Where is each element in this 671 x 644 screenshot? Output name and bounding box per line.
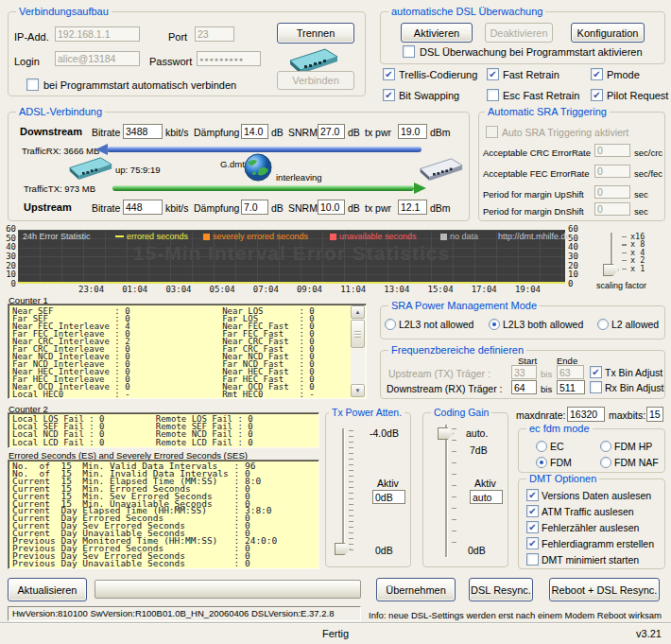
scroll-down-button[interactable]: ▼ [351, 384, 365, 397]
sra-fec-label: Acceptable FEC ErrorRate [483, 167, 589, 180]
maxdnrate-input[interactable] [567, 407, 605, 422]
fehlerzaehler-checkbox[interactable] [526, 521, 539, 533]
rx-bin-adjust-checkbox[interactable] [590, 381, 602, 393]
fehlerdiagramm-checkbox[interactable] [526, 537, 539, 549]
l2-allowed-radio[interactable] [597, 319, 609, 330]
auto-connect-checkbox[interactable] [26, 78, 39, 91]
tx-start-input[interactable] [511, 365, 537, 379]
rx-end-input[interactable] [557, 380, 585, 394]
tx-power-atten-title: Tx Power Atten. [329, 407, 404, 418]
tx-bin-adjust-checkbox[interactable] [590, 366, 602, 378]
port-label: Port [168, 31, 187, 44]
version-info-panel: HwVersion:810100 SwVersion:R100B01.0B_HN… [8, 606, 361, 621]
sra-upshift-input[interactable] [594, 185, 630, 199]
us-snrm-input[interactable] [318, 200, 345, 215]
fdm-naf-radio[interactable] [600, 457, 611, 468]
ds-bitrate-input[interactable] [123, 124, 163, 139]
l2l3-not-allowed-label: L2L3 not allowed [399, 319, 473, 331]
password-input[interactable] [197, 51, 261, 66]
connection-group: Verbindungsaufbau IP-Add. Port Trennen L… [8, 11, 366, 96]
monitoring-autostart-checkbox[interactable] [403, 45, 415, 58]
errored-seconds-baseline [18, 282, 565, 284]
atm-traffic-checkbox[interactable] [526, 505, 539, 517]
pmode-checkbox[interactable] [591, 68, 603, 80]
es-ses-box[interactable]: No. of 15 Min. Valid Data Intervals : 96… [8, 460, 319, 569]
login-input[interactable] [55, 51, 140, 66]
ds-snrm-label: SNRM [288, 127, 318, 139]
disconnect-button[interactable]: Trennen [277, 23, 354, 44]
scaling-slider-handle[interactable] [603, 264, 619, 276]
coding-gain-value-input[interactable] [470, 490, 503, 504]
sra-dnshift-input[interactable] [594, 202, 630, 216]
versions-daten-label: Versions Daten auslesen [542, 490, 651, 502]
us-txpwr-input[interactable] [398, 200, 427, 215]
maxbits-input[interactable] [646, 407, 663, 422]
sra-dnshift-unit: sec [634, 205, 648, 218]
upstream-arrow-head [414, 183, 426, 194]
bit-swapping-label: Bit Swapping [399, 90, 459, 102]
us-damping-input[interactable] [241, 200, 268, 215]
dsl-resync-button[interactable]: DSL Resync. [469, 578, 533, 601]
counter1-box[interactable]: Near SEF : 0 Near LOS : 0 Far SEF : 0 Fa… [8, 304, 367, 399]
l2l3-both-allowed-label: L2L3 both allowed [503, 319, 583, 331]
tx-atten-slider-ticks [349, 430, 353, 551]
globe-icon [244, 153, 272, 182]
scaling-slider-ticks [622, 236, 627, 270]
chart-title: 24h Error Statistic [23, 232, 91, 241]
coding-gain-slider-track[interactable] [445, 425, 447, 557]
dmt-minimiert-checkbox[interactable] [526, 553, 539, 566]
fdm-label: FDM [550, 457, 572, 469]
esc-fast-retrain-checkbox[interactable] [487, 89, 499, 101]
sra-crc-label: Acceptable CRC ErrorRate [483, 147, 591, 159]
counter2-box[interactable]: Local LOS Fail : 0 Remote LOS Fail : 0 L… [8, 412, 319, 448]
rx-bis-label: bis [541, 383, 552, 395]
ds-txpwr-label: tx pwr [365, 127, 391, 139]
tx-atten-value-input[interactable] [372, 490, 405, 504]
counter1-scrollbar[interactable]: ▲ ▼ [351, 305, 365, 397]
connect-button[interactable]: Verbinden [277, 71, 354, 90]
sra-power-mode-group: SRA Power Management Mode L2L3 not allow… [380, 305, 665, 339]
activate-button[interactable]: Aktivieren [401, 23, 473, 43]
ip-input[interactable] [55, 26, 140, 42]
bit-swapping-checkbox[interactable] [383, 89, 395, 101]
reboot-resync-button[interactable]: Reboot + DSL Resync. [549, 578, 660, 601]
adsl-connection-group: ADSL-Verbindung Downstream Bitrate kbit/… [8, 112, 470, 221]
upstream-arrow [112, 185, 414, 191]
sra-fec-input[interactable] [594, 165, 630, 178]
rx-start-input[interactable] [511, 380, 537, 394]
l2-allowed-label: L2 allowed [611, 319, 659, 331]
l2l3-both-allowed-radio[interactable] [489, 319, 500, 330]
port-input[interactable] [195, 26, 234, 42]
apply-button[interactable]: Übernehmen [376, 578, 456, 601]
tx-atten-slider-track[interactable] [342, 428, 344, 555]
configuration-button[interactable]: Konfiguration [571, 23, 645, 43]
auto-sra-checkbox[interactable] [486, 126, 498, 138]
us-bitrate-input[interactable] [123, 200, 163, 215]
pilot-request-checkbox[interactable] [591, 89, 603, 101]
error-statistics-chart: 24h Error Statistic errored seconds seve… [18, 230, 565, 284]
coding-gain-aktiv-label: Aktiv [474, 478, 496, 490]
ec-radio[interactable] [536, 441, 547, 452]
ip-label: IP-Add. [14, 31, 49, 44]
versions-daten-checkbox[interactable] [526, 489, 539, 501]
coding-gain-bottom-label: 0dB [468, 545, 486, 557]
trellis-checkbox[interactable] [383, 68, 395, 80]
upstream-label: Upstream [24, 201, 72, 214]
tx-end-input[interactable] [557, 365, 584, 379]
fast-retrain-checkbox[interactable] [487, 68, 499, 80]
fdm-radio[interactable] [536, 457, 547, 468]
scrollbar-thumb[interactable] [351, 320, 365, 348]
ds-snrm-input[interactable] [318, 124, 345, 139]
dmt-options-group: DMT Optionen Versions Daten auslesen ATM… [518, 479, 665, 569]
sra-upshift-unit: sec [634, 188, 648, 200]
ds-damping-input[interactable] [241, 124, 268, 139]
refresh-button[interactable]: Aktualisieren [8, 578, 87, 601]
ds-txpwr-input[interactable] [398, 124, 427, 139]
l2l3-not-allowed-radio[interactable] [385, 319, 396, 330]
progress-bar [95, 580, 361, 599]
deactivate-button[interactable]: Deaktivieren [485, 23, 553, 43]
sra-crc-input[interactable] [594, 144, 630, 157]
scroll-up-button[interactable]: ▲ [351, 305, 365, 319]
fdm-hp-radio[interactable] [600, 441, 611, 452]
coding-gain-title: Coding Gain [431, 407, 491, 418]
